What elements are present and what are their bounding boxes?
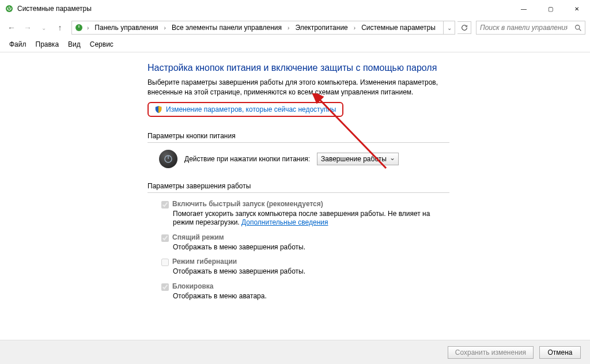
section-power-button-heading: Параметры кнопки питания <box>148 132 449 140</box>
option-checkbox[interactable] <box>161 201 169 208</box>
refresh-button[interactable] <box>457 21 471 34</box>
option-label: Включить быстрый запуск (рекомендуется) <box>172 200 323 208</box>
shutdown-option: Блокировка <box>161 282 449 291</box>
breadcrumb-item[interactable]: Электропитание <box>293 22 350 33</box>
chevron-right-icon[interactable]: › <box>85 25 91 31</box>
chevron-right-icon[interactable]: › <box>285 25 292 31</box>
breadcrumb-item[interactable]: Системные параметры <box>359 22 438 33</box>
power-options-icon <box>5 4 14 13</box>
nav-bar: ← → ⌄ ↑ › Панель управления › Все элемен… <box>0 17 590 38</box>
search-icon[interactable] <box>571 21 585 34</box>
power-button-icon <box>159 150 177 168</box>
power-button-action-row: Действие при нажатии кнопки питания: Зав… <box>159 150 449 168</box>
power-action-label: Действие при нажатии кнопки питания: <box>184 155 310 163</box>
footer-bar: Сохранить изменения Отмена <box>0 340 590 364</box>
forward-button[interactable]: → <box>21 21 35 35</box>
cancel-button[interactable]: Отмена <box>539 346 581 359</box>
close-button[interactable]: ✕ <box>563 0 590 17</box>
maximize-button[interactable]: ▢ <box>537 0 563 17</box>
menu-tools[interactable]: Сервис <box>85 39 118 50</box>
chevron-right-icon[interactable]: › <box>162 25 168 31</box>
menu-file[interactable]: Файл <box>5 39 31 50</box>
recent-locations-button[interactable]: ⌄ <box>37 21 51 35</box>
uac-shield-icon <box>154 105 162 113</box>
change-unavailable-settings-link[interactable]: Изменение параметров, которые сейчас нед… <box>148 102 343 117</box>
minimize-button[interactable]: — <box>510 0 537 17</box>
shutdown-option: Режим гибернации <box>161 257 449 266</box>
breadcrumb: › Панель управления › Все элементы панел… <box>72 22 443 33</box>
menu-view[interactable]: Вид <box>63 39 85 50</box>
title-bar-left: Системные параметры <box>5 4 92 13</box>
dropdown-value: Завершение работы <box>321 155 387 163</box>
page-heading: Настройка кнопок питания и включение защ… <box>148 63 449 73</box>
search-input[interactable] <box>476 24 571 32</box>
option-label: Спящий режим <box>172 233 224 241</box>
option-checkbox[interactable] <box>161 234 169 242</box>
address-dropdown-button[interactable]: ⌄ <box>443 21 455 34</box>
option-label: Режим гибернации <box>172 257 237 266</box>
divider <box>148 142 449 143</box>
breadcrumb-item[interactable]: Все элементы панели управления <box>169 22 284 33</box>
window-title: Системные параметры <box>17 5 92 13</box>
power-options-icon <box>74 23 84 32</box>
option-checkbox[interactable] <box>161 259 169 266</box>
content-area: Настройка кнопок питания и включение защ… <box>0 52 449 301</box>
section-shutdown-heading: Параметры завершения работы <box>148 182 449 190</box>
window-controls: — ▢ ✕ <box>510 0 590 17</box>
page-description: Выберите параметры завершения работы для… <box>148 78 447 97</box>
svg-point-2 <box>575 25 579 29</box>
save-button[interactable]: Сохранить изменения <box>448 346 534 359</box>
shutdown-option: Включить быстрый запуск (рекомендуется) <box>161 200 449 208</box>
option-description: Помогает ускорить запуск компьютера посл… <box>173 210 449 227</box>
divider <box>148 192 449 193</box>
shutdown-option: Спящий режим <box>161 233 449 242</box>
menu-edit[interactable]: Правка <box>31 39 64 50</box>
title-bar: Системные параметры — ▢ ✕ <box>0 0 590 17</box>
svg-line-3 <box>579 29 581 31</box>
option-checkbox[interactable] <box>161 283 169 291</box>
back-button[interactable]: ← <box>5 21 18 35</box>
search-box[interactable] <box>476 21 585 35</box>
menu-bar: Файл Правка Вид Сервис <box>0 38 590 51</box>
address-bar[interactable]: › Панель управления › Все элементы панел… <box>71 21 455 35</box>
breadcrumb-item[interactable]: Панель управления <box>92 22 160 33</box>
option-description: Отображать в меню аватара. <box>173 292 449 301</box>
option-label: Блокировка <box>172 282 214 290</box>
more-info-link[interactable]: Дополнительные сведения <box>241 218 328 226</box>
power-action-dropdown[interactable]: Завершение работы <box>317 153 399 165</box>
option-description: Отображать в меню завершения работы. <box>173 243 449 252</box>
up-button[interactable]: ↑ <box>53 21 67 35</box>
option-description: Отображать в меню завершения работы. <box>173 267 449 276</box>
link-text: Изменение параметров, которые сейчас нед… <box>166 105 336 113</box>
chevron-right-icon[interactable]: › <box>351 25 358 31</box>
